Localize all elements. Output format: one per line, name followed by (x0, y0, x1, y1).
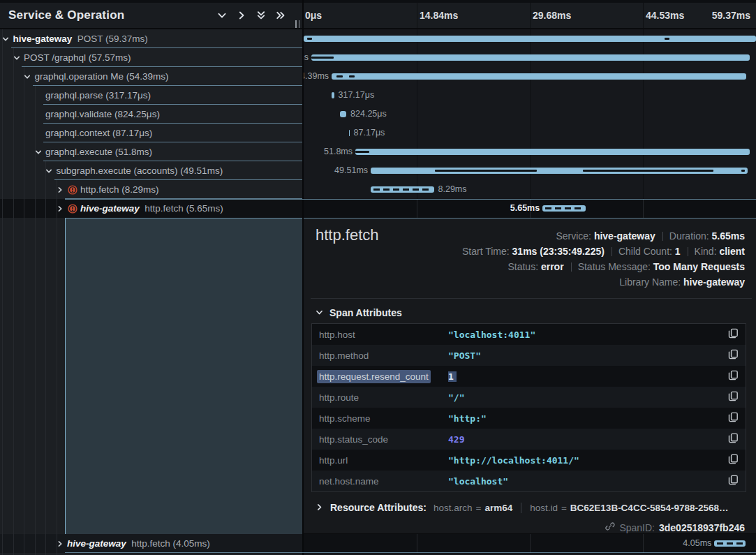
copy-icon (728, 433, 739, 446)
span-name-cell[interactable]: hive-gateway http.fetch (4.05ms) (0, 534, 302, 553)
span-bar-cell[interactable]: 4.05ms (304, 534, 756, 553)
indent-guide (24, 86, 24, 105)
collapse-span-icon[interactable] (33, 142, 43, 161)
double-chevron-right-icon (276, 10, 286, 20)
span-duration-bar[interactable] (349, 130, 350, 136)
span-id-value[interactable]: 3de02518937fb246 (659, 522, 745, 533)
expand-all-button[interactable] (274, 8, 288, 22)
collapse-span-icon[interactable] (44, 161, 54, 180)
collapse-one-level-button[interactable] (215, 8, 229, 22)
span-duration-bar[interactable] (311, 54, 750, 61)
span-overview: Service: hive-gatewayDuration: 5.65msSta… (462, 228, 745, 290)
child-span-mark (583, 170, 713, 172)
attribute-row[interactable]: http.url"http://localhost:4011/" (312, 450, 746, 471)
equals-sign: = (561, 503, 567, 513)
expand-span-icon[interactable] (54, 180, 65, 199)
expand-one-level-button[interactable] (235, 8, 249, 22)
indent-guide (2, 124, 3, 142)
span-detail-zone: http.fetch Service: hive-gatewayDuration… (0, 218, 756, 534)
attribute-key: net.host.name (319, 476, 448, 487)
attribute-row[interactable]: http.route"/" (312, 387, 746, 408)
copy-button[interactable] (722, 412, 743, 425)
span-duration-bar[interactable] (332, 92, 334, 98)
attribute-row[interactable]: http.request.resend_count1 (312, 366, 746, 387)
span-name-cell[interactable]: graphql.validate (824.25μs) (0, 105, 302, 124)
span-name-cell[interactable]: hive-gateway POST (59.37ms) (0, 29, 302, 48)
attribute-row[interactable]: http.host"localhost:4011" (312, 324, 746, 345)
operation-name: http.fetch (8.29ms) (80, 184, 159, 195)
copy-button[interactable] (722, 370, 743, 383)
overview-field-label: Duration: (669, 230, 712, 242)
attribute-row[interactable]: http.method"POST" (312, 345, 746, 366)
attribute-key: http.route (319, 392, 448, 403)
collapse-all-button[interactable] (254, 8, 268, 22)
attribute-row[interactable]: http.scheme"http:" (312, 408, 746, 429)
indent-guide (2, 534, 3, 553)
span-bar-cell[interactable]: 8.29ms (304, 180, 756, 199)
child-span-mark (311, 57, 334, 59)
chevron-down-icon (316, 306, 323, 319)
span-row[interactable]: graphql.parse (317.17μs)317.17μs (0, 86, 756, 105)
attribute-row[interactable]: http.status_code429 (312, 429, 746, 450)
timeline-gridline (643, 124, 644, 142)
column-divider[interactable] (302, 0, 304, 555)
indent-guide (13, 161, 14, 180)
span-attributes-toggle[interactable]: Span Attributes (316, 305, 402, 320)
span-name-cell[interactable]: graphql.parse (317.17μs) (0, 86, 302, 105)
span-bar-cell[interactable]: 5.65ms (304, 199, 756, 218)
span-name-cell[interactable]: POST /graphql (57.57ms) (0, 48, 302, 67)
collapse-span-icon[interactable] (1, 29, 11, 48)
span-row-selected[interactable]: hive-gateway http.fetch (5.65ms)5.65ms (0, 199, 756, 218)
collapse-span-icon[interactable] (11, 48, 22, 67)
span-row[interactable]: POST /graphql (57.57ms)57.57ms (0, 48, 756, 67)
indent-guide (13, 105, 14, 124)
overview-separator (662, 232, 663, 241)
operation-name: http.fetch (5.65ms) (144, 203, 223, 214)
timeline-gridline (643, 180, 644, 199)
span-bar-cell[interactable]: 87.17μs (304, 124, 756, 142)
span-bar-cell[interactable]: 824.25μs (304, 105, 756, 124)
span-bar-cell[interactable]: 57.57ms (304, 48, 756, 67)
span-row[interactable]: hive-gateway POST (59.37ms) (0, 29, 756, 48)
copy-button[interactable] (722, 454, 743, 467)
indent-guide (2, 105, 3, 124)
span-duration-bar[interactable] (355, 149, 750, 155)
span-label: graphql.execute (51.8ms) (45, 142, 152, 161)
overview-separator (571, 262, 572, 272)
attribute-row[interactable]: net.host.name"localhost" (312, 471, 746, 491)
span-name-cell[interactable]: http.fetch (8.29ms) (0, 180, 302, 199)
span-name-cell[interactable]: graphql.context (87.17μs) (0, 124, 302, 142)
resource-attributes-toggle[interactable]: Resource Attributes:host.arch=arm64host.… (316, 499, 750, 516)
drag-handle-icon[interactable] (294, 20, 301, 29)
expand-span-icon[interactable] (54, 199, 65, 218)
copy-button[interactable] (722, 349, 743, 362)
retry-marks (717, 542, 742, 545)
span-row[interactable]: graphql.context (87.17μs)87.17μs (0, 124, 756, 142)
span-row[interactable]: hive-gateway http.fetch (4.05ms)4.05ms (0, 534, 756, 553)
span-row[interactable]: http.fetch (8.29ms)8.29ms (0, 180, 756, 199)
span-name-cell[interactable]: graphql.operation Me (54.39ms) (0, 67, 302, 86)
copy-button[interactable] (722, 328, 743, 341)
span-row[interactable]: graphql.execute (51.8ms)51.8ms (0, 142, 756, 161)
span-bar-cell[interactable]: 51.8ms (304, 142, 756, 161)
expand-span-icon[interactable] (54, 534, 65, 553)
copy-button[interactable] (722, 475, 743, 488)
span-row[interactable]: graphql.validate (824.25μs)824.25μs (0, 105, 756, 124)
span-name-cell[interactable]: hive-gateway http.fetch (5.65ms) (0, 199, 302, 218)
span-duration-bar[interactable] (332, 73, 746, 80)
span-row[interactable]: graphql.operation Me (54.39ms)54.39ms (0, 67, 756, 86)
span-bar-cell[interactable]: 49.51ms (304, 161, 756, 180)
span-duration-bar[interactable] (340, 111, 346, 117)
span-name-cell[interactable]: graphql.execute (51.8ms) (0, 142, 302, 161)
span-duration-bar[interactable] (304, 36, 756, 42)
copy-button[interactable] (722, 391, 743, 404)
span-bar-cell[interactable]: 54.39ms (304, 67, 756, 86)
span-bar-cell[interactable] (304, 29, 756, 48)
span-bar-cell[interactable]: 317.17μs (304, 86, 756, 105)
copy-button[interactable] (722, 433, 743, 446)
indent-guide (24, 218, 24, 534)
resource-attributes-heading: Resource Attributes: (330, 502, 427, 513)
collapse-span-icon[interactable] (22, 67, 33, 86)
span-row[interactable]: subgraph.execute (accounts) (49.51ms)49.… (0, 161, 756, 180)
span-name-cell[interactable]: subgraph.execute (accounts) (49.51ms) (0, 161, 302, 180)
